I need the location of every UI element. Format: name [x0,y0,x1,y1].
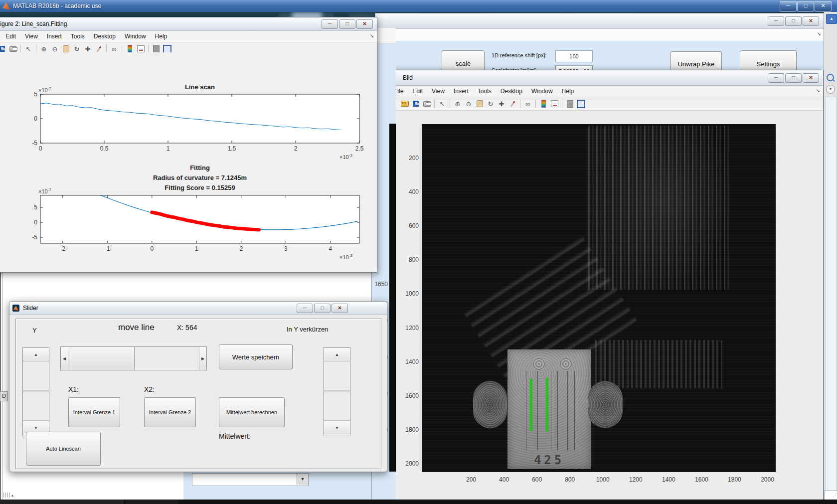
rotate-icon[interactable]: ↻ [486,99,495,108]
figure2-titlebar[interactable]: Figure 2: Line_scan,Fitting ─ □ ✕ [0,17,377,31]
dock-figure-icon[interactable] [565,99,574,108]
resize-grip[interactable]: ||||▲ [3,492,14,498]
colorbar-icon[interactable] [539,99,548,108]
menu-item-view[interactable]: View [427,88,449,95]
menu-item-help[interactable]: Help [151,33,172,40]
x-value-label: X: 564 [177,324,197,332]
os-close-button[interactable]: ✕ [815,1,832,11]
toolstrip-expand-icon[interactable]: ▲ [826,14,837,24]
os-minimize-button[interactable]: ─ [780,1,797,11]
toolbar-separator [535,99,536,108]
werte-speichern-button[interactable]: Werte speichern [219,344,293,369]
pan-hand-icon[interactable] [475,99,484,108]
slider-maximize-button[interactable]: □ [314,304,331,313]
zoom-out-icon[interactable]: ⊖ [464,99,473,108]
dropdown-arrow-icon[interactable]: ▼ [297,474,308,485]
slider-track[interactable] [135,347,199,370]
figure2-close-button[interactable]: ✕ [356,19,373,29]
slider-right-arrow-icon[interactable]: ▶ [199,347,206,370]
slider-minimize-button[interactable]: ─ [297,304,313,313]
slider-track[interactable] [23,391,49,421]
menu-item-help[interactable]: Help [557,88,579,95]
y-slider-right[interactable]: ▲ ▼ [324,347,350,436]
print-icon [423,101,431,107]
bild-titlebar[interactable]: Bild ─ □ ✕ [380,70,823,86]
slider-left-arrow-icon[interactable]: ◀ [61,347,68,370]
slider-thumb[interactable] [68,347,135,370]
menu-item-window[interactable]: Window [120,33,151,40]
fitting-subtitle-score: Fitting Score = 0.15259 [40,184,359,191]
slider-up-arrow-icon[interactable]: ▲ [23,348,49,361]
menu-item-edit[interactable]: Edit [1,33,20,40]
bild-minimize-button[interactable]: ─ [768,73,784,83]
fitting-axes[interactable]: -2-101234-505 [40,195,359,243]
pointer-icon[interactable]: ↖ [438,99,447,108]
pan-hand-icon [63,45,69,52]
dock-tab[interactable]: D [0,391,8,401]
menu-pulldown-icon[interactable]: ↘ [370,33,374,38]
menu-item-tools[interactable]: Tools [66,33,89,40]
save-icon [0,46,5,52]
linescan-marker-line[interactable] [546,378,548,431]
x-tick-label: 1 [185,245,207,252]
open-file-icon[interactable] [400,99,409,108]
os-taskbar[interactable] [0,500,837,504]
save-icon[interactable] [411,99,420,108]
gui-close-button[interactable]: ✕ [803,16,819,26]
gui-minimize-button[interactable]: ─ [768,16,784,26]
y-tick-label: 0 [16,219,37,226]
slider-up-arrow-icon[interactable]: ▲ [324,348,350,361]
bild-close-button[interactable]: ✕ [803,73,819,83]
menu-item-insert[interactable]: Insert [42,33,66,40]
menu-item-tools[interactable]: Tools [473,88,496,95]
menu-item-desktop[interactable]: Desktop [89,33,120,40]
hidden-plot-image-sliver [389,124,396,472]
menu-pulldown-icon[interactable]: ↘ [816,88,820,93]
slider-track[interactable] [324,391,350,421]
data-cursor-icon[interactable]: ✚ [497,99,506,108]
menu-item-edit[interactable]: Edit [408,88,427,95]
background-dropdown[interactable]: ▼ [192,473,309,486]
brush-icon[interactable] [508,99,517,108]
y-slider-left[interactable]: ▲ ▼ [22,347,49,436]
slider-track[interactable] [23,361,49,391]
interval-grenze2-button[interactable]: Interval Grenze 2 [144,397,196,427]
auto-linescan-button[interactable]: Auto Linescan [26,432,101,466]
circle-chevron-down-icon[interactable]: ▼ [826,85,835,94]
gui-window-titlebar[interactable]: ─ □ ✕ [375,13,824,29]
interval-grenze1-button[interactable]: Interval Grenze 1 [68,397,120,427]
linescan-axes[interactable]: 00.511.522.5-505 [40,94,359,143]
move-line-slider[interactable]: ◀ ▶ [60,346,207,370]
figure2-maximize-button[interactable]: □ [339,19,355,29]
link-plot-icon[interactable]: ∞ [523,99,532,108]
os-restore-button[interactable]: □ [797,1,814,11]
bild-x-tick-label: 2000 [756,476,778,483]
menu-item-window[interactable]: Window [527,88,557,95]
x1-label: X1: [68,385,79,393]
taskbar-segment [126,500,178,504]
menu-item-view[interactable]: View [20,33,42,40]
gui-maximize-button[interactable]: □ [785,16,802,26]
slider-track[interactable] [324,361,350,391]
zoom-in-icon[interactable]: ⊕ [453,99,462,108]
menu-item-desktop[interactable]: Desktop [496,88,527,95]
slider-down-arrow-icon[interactable]: ▼ [324,421,350,434]
search-icon[interactable] [827,74,834,81]
undock-figure-icon[interactable] [576,99,585,108]
figure2-minimize-button[interactable]: ─ [322,19,338,29]
os-titlebar[interactable]: MATLAB R2016b - academic use ─ □ ✕ [0,0,837,12]
y-tick-label: 0 [16,115,37,122]
bild-maximize-button[interactable]: □ [785,73,802,83]
print-icon[interactable] [422,99,431,108]
bild-image-axes[interactable]: 425 [422,124,776,472]
corner-grip-dots: ⋰ [833,493,837,498]
menu-item-insert[interactable]: Insert [449,88,473,95]
ref-shift-field[interactable]: 100 [555,50,593,62]
menu-pulldown-icon[interactable]: ↘ [817,31,821,36]
slider-titlebar[interactable]: Slider ─ □ ✕ [9,302,387,315]
slider-close-button[interactable]: ✕ [332,304,348,313]
linescan-marker-line[interactable] [530,379,532,431]
mittelwert-berechnen-button[interactable]: Mittelwert berechnen [219,397,285,427]
legend-icon[interactable] [550,99,559,108]
bild-x-tick-label: 1800 [723,476,745,483]
